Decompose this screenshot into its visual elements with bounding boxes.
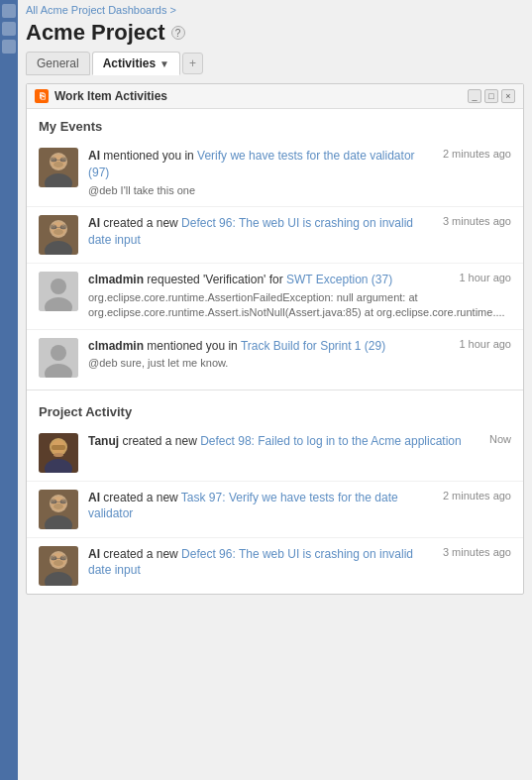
svg-point-4 [53, 162, 63, 167]
activity-body: Tanuj created a new Defect 98: Failed to… [88, 433, 511, 452]
nav-icon-1 [2, 4, 16, 18]
svg-rect-30 [52, 445, 65, 450]
activity-actor: AI [88, 547, 100, 561]
project-activity-heading: Project Activity [27, 394, 523, 425]
rss-icon: ⎘ [35, 89, 49, 103]
activity-time: Now [489, 433, 511, 445]
tabs-bar: General Activities ▼ + [18, 52, 532, 75]
activity-actor: clmadmin [88, 273, 144, 286]
svg-point-21 [51, 279, 66, 294]
svg-point-36 [53, 503, 63, 509]
panel-header: ⎘ Work Item Activities _ □ × [27, 84, 523, 109]
activity-action: created a new [103, 491, 177, 504]
avatar [39, 546, 78, 586]
page-header: Acme Project ? [18, 18, 532, 52]
activity-time: 3 minutes ago [443, 546, 511, 558]
svg-point-31 [53, 453, 63, 457]
breadcrumb: All Acme Project Dashboards > [18, 0, 532, 18]
activity-item: clmadmin requested 'Verification' for SW… [27, 264, 523, 330]
activity-time: 1 hour ago [459, 272, 511, 283]
activity-actor: Tanuj [88, 434, 119, 448]
activity-item: AI created a new Defect 96: The web UI i… [27, 207, 523, 264]
left-nav-stripe [0, 0, 18, 780]
activity-time: 2 minutes ago [443, 148, 511, 160]
activity-item: clmadmin mentioned you in Track Build fo… [27, 330, 523, 386]
main-content: All Acme Project Dashboards > Acme Proje… [18, 0, 532, 780]
breadcrumb-arrow: > [170, 4, 176, 16]
activity-action: mentioned you in [103, 149, 193, 163]
avatar [39, 215, 78, 255]
avatar [39, 148, 78, 187]
activity-action: created a new [122, 434, 196, 448]
activity-body: clmadmin requested 'Verification' for SW… [88, 272, 511, 321]
svg-point-24 [51, 345, 66, 361]
panel-minimize-button[interactable]: _ [468, 89, 481, 103]
activity-link[interactable]: SWT Exception (37) [286, 273, 392, 286]
activity-action: mentioned you in [147, 339, 237, 353]
avatar [39, 272, 78, 311]
activity-time: 3 minutes ago [443, 215, 511, 227]
activity-time: 2 minutes ago [443, 490, 511, 501]
activity-actor: AI [88, 491, 100, 504]
activity-action: created a new [103, 547, 177, 561]
panel-title: Work Item Activities [54, 89, 167, 103]
activity-action: created a new [103, 216, 177, 230]
avatar [39, 338, 78, 378]
panel-maximize-button[interactable]: □ [484, 89, 498, 103]
activity-link[interactable]: Defect 98: Failed to log in to the Acme … [200, 434, 462, 448]
activity-sub-text: @deb sure, just let me know. [88, 356, 511, 371]
my-events-heading: My Events [27, 109, 523, 140]
activity-sub-text: @deb I'll take this one [88, 183, 511, 198]
activity-actor: clmadmin [88, 339, 144, 353]
svg-point-14 [53, 229, 63, 235]
panel-close-button[interactable]: × [501, 89, 515, 103]
activity-item: Tanuj created a new Defect 98: Failed to… [27, 425, 523, 482]
section-divider [27, 390, 523, 390]
tab-general[interactable]: General [26, 52, 90, 75]
tab-activities[interactable]: Activities ▼ [92, 52, 180, 75]
activity-action: requested 'Verification' for [147, 273, 282, 286]
activity-body: AI mentioned you in Verify we have tests… [88, 148, 511, 198]
breadcrumb-link[interactable]: All Acme Project Dashboards [26, 4, 166, 16]
help-icon[interactable]: ? [171, 26, 185, 40]
tab-dropdown-icon[interactable]: ▼ [160, 58, 169, 69]
activity-body: AI created a new Task 97: Verify we have… [88, 490, 511, 525]
nav-icon-2 [2, 22, 16, 36]
panel-controls: _ □ × [468, 89, 515, 103]
activity-time: 1 hour ago [459, 338, 511, 350]
activity-actor: AI [88, 149, 100, 163]
my-events-list: AI mentioned you in Verify we have tests… [27, 140, 523, 386]
activity-item: AI created a new Defect 96: The web UI i… [27, 538, 523, 594]
activity-actor: AI [88, 216, 100, 230]
activity-body: AI created a new Defect 96: The web UI i… [88, 546, 511, 582]
avatar [39, 433, 78, 473]
svg-point-46 [53, 560, 63, 566]
avatar [39, 490, 78, 529]
activity-sub-text: org.eclipse.core.runtime.AssertionFailed… [88, 290, 511, 321]
activity-body: AI created a new Defect 96: The web UI i… [88, 215, 511, 251]
nav-icon-3 [2, 40, 16, 54]
project-activity-list: Tanuj created a new Defect 98: Failed to… [27, 425, 523, 594]
page-title: Acme Project [26, 20, 165, 46]
tab-add-button[interactable]: + [182, 53, 203, 74]
activity-item: AI mentioned you in Verify we have tests… [27, 140, 523, 207]
work-item-activities-panel: ⎘ Work Item Activities _ □ × My Events A… [26, 83, 524, 595]
activity-item: AI created a new Task 97: Verify we have… [27, 482, 523, 538]
activity-link[interactable]: Track Build for Sprint 1 (29) [241, 339, 385, 353]
panel-header-left: ⎘ Work Item Activities [35, 89, 167, 103]
activity-body: clmadmin mentioned you in Track Build fo… [88, 338, 511, 372]
